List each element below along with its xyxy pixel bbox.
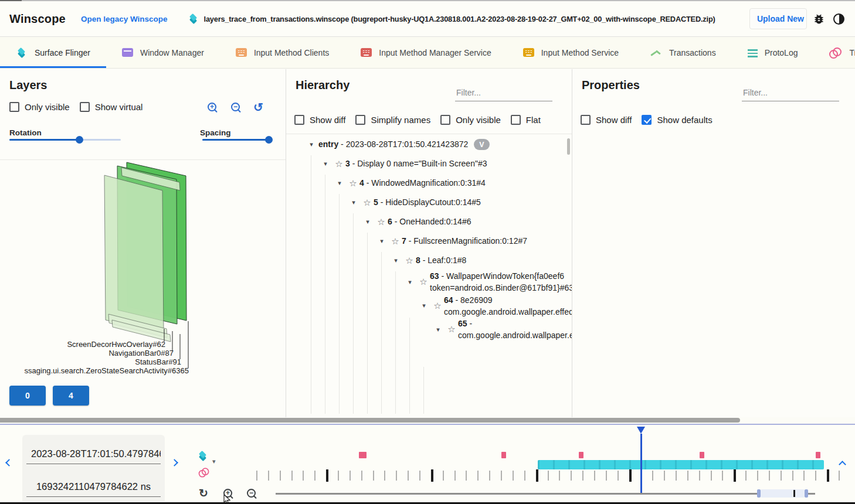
caret-down-icon[interactable]: ▾ [347,199,361,206]
checkbox-label: Only visible [25,102,70,112]
reset-view-button[interactable]: ↺ [253,101,263,113]
properties-option-checkbox[interactable]: Show defaults [642,115,712,125]
layers-trace-icon[interactable] [197,450,209,462]
hierarchy-option-checkbox[interactable]: Show diff [294,115,345,125]
nanoseconds-input[interactable]: 1693242110479784622 ns [26,468,161,497]
timeline-refresh-button[interactable]: ↻ [199,488,208,499]
trace-select-caret-icon[interactable]: ▾ [212,458,216,465]
trace-tab[interactable]: Input Method Clients [220,37,345,68]
caret-down-icon[interactable]: ▾ [431,326,445,333]
timeline-mini-scrollbar[interactable] [276,493,815,495]
star-icon[interactable]: ☆ [361,197,374,208]
tree-node[interactable]: ▾ ☆ 63 - WallpaperWindowToken{fa0eef6 to… [286,270,572,294]
tree-node[interactable]: ▾ ☆ 8 - Leaf:0:1#8 [286,251,572,270]
tree-node[interactable]: ▾ ☆ 7 - FullscreenMagnification:0:12#7 [286,231,572,251]
trace-tab[interactable]: Input Method Service [507,37,635,68]
transition-marker[interactable] [501,452,506,458]
timeline-tick [652,471,653,481]
hierarchy-option-checkbox[interactable]: Flat [511,115,541,125]
checkbox-icon[interactable] [581,115,591,125]
tree-node[interactable]: ▾ ☆ 3 - Display 0 name="Built-in Screen"… [286,154,572,173]
layers-option-checkbox[interactable]: Show virtual [80,102,143,112]
timeline-cursor-line[interactable] [640,434,642,494]
properties-option-checkbox[interactable]: Show diff [581,115,632,125]
timeline-tick [443,471,444,481]
range-handle-right[interactable] [805,489,808,498]
caret-down-icon[interactable]: ▾ [389,257,403,264]
divider [286,134,572,134]
hierarchy-option-checkbox[interactable]: Only visible [440,115,501,125]
star-icon[interactable]: ☆ [375,217,388,227]
caret-down-icon[interactable]: ▾ [361,218,375,226]
caret-down-icon[interactable]: ▾ [403,278,417,286]
timeline-tick [489,471,490,481]
trace-active-band[interactable] [538,460,824,469]
checkbox-icon[interactable] [440,115,450,125]
rotation-slider[interactable] [9,136,121,144]
star-icon[interactable]: ☆ [403,256,416,266]
timeline-selection-range[interactable] [761,489,805,498]
checkbox-icon[interactable] [355,115,365,125]
display-button[interactable]: 4 [53,386,89,406]
transition-trace-icon[interactable] [199,468,210,476]
transition-marker[interactable] [816,452,820,458]
dark-mode-toggle[interactable] [830,11,847,27]
timeline-zoom-out-button[interactable]: − [246,488,257,499]
range-handle-left[interactable] [757,489,761,498]
trace-tab[interactable]: Surface Flinger [0,37,106,68]
star-icon[interactable]: ☆ [389,236,402,247]
hierarchy-filter-input[interactable] [455,87,552,101]
horizontal-scrollbar[interactable] [0,417,855,423]
caret-down-icon[interactable]: ▾ [417,302,431,309]
trace-tab[interactable]: Window Manager [106,37,220,68]
report-bug-button[interactable] [810,11,827,27]
star-icon[interactable]: ☆ [347,178,359,189]
spacing-slider[interactable] [202,136,273,144]
checkbox-icon[interactable] [9,102,19,112]
trace-tab[interactable]: Tra [813,37,855,68]
checkbox-icon[interactable] [294,115,304,125]
transition-marker[interactable] [579,452,583,458]
transition-marker[interactable] [359,452,367,458]
properties-filter-input[interactable] [742,87,839,101]
checkbox-icon[interactable] [80,102,90,112]
star-icon[interactable]: ☆ [417,277,430,287]
caret-down-icon[interactable]: ▾ [318,160,333,168]
tree-node[interactable]: ▾ ☆ 65 - com.google.android.wallpaper.ef… [286,318,572,342]
star-icon[interactable]: ☆ [333,159,345,169]
caret-down-icon[interactable]: ▾ [333,179,347,187]
tree-node[interactable]: ▾ ☆ 6 - OneHanded:0:14#6 [286,212,572,231]
caret-down-icon[interactable]: ▾ [304,141,318,148]
checkbox-icon[interactable] [642,115,652,125]
trace-tab[interactable]: Input Method Manager Service [345,37,507,68]
hierarchy-option-checkbox[interactable]: Simplify names [355,115,430,125]
caret-down-icon[interactable]: ▾ [375,237,389,245]
indent-guide [423,367,424,414]
upload-new-button[interactable]: Upload New [749,8,807,29]
transition-marker[interactable] [700,452,704,458]
zoom-in-button[interactable]: + [206,101,218,113]
spacing-slider-thumb[interactable] [265,136,273,144]
tree-node[interactable]: ▾ ☆ 5 - HideDisplayCutout:0:14#5 [286,193,572,212]
trace-tab[interactable]: ProtoLog [732,37,814,68]
timeline-tick [408,471,409,481]
tree-node[interactable]: ▾ ☆ 4 - WindowedMagnification:0:31#4 [286,173,572,193]
display-button[interactable]: 0 [9,386,46,406]
star-icon[interactable]: ☆ [445,324,458,335]
timeline-cursor-head[interactable] [637,427,645,434]
datetime-input[interactable]: 2023-08-28T17:01:50.4797846 [26,435,161,464]
layers-option-checkbox[interactable]: Only visible [9,102,70,112]
open-legacy-link[interactable]: Open legacy Winscope [81,15,168,23]
trace-tab[interactable]: Transactions [635,37,732,68]
zoom-out-button[interactable]: − [230,101,242,113]
horizontal-scrollbar-thumb[interactable] [0,418,740,423]
timeline-tick [256,471,257,481]
star-icon[interactable]: ☆ [431,301,444,311]
timestamp-card: 2023-08-28T17:01:50.4797846 169324211047… [22,435,165,502]
timeline-tick [606,471,607,481]
tree-node[interactable]: ▾ ☆ entry - 2023-08-28T17:01:50.42142387… [286,135,572,154]
tree-node[interactable]: ▾ ☆ 64 - 8e26909 com.google.android.wall… [286,294,572,318]
rotation-slider-thumb[interactable] [76,136,83,144]
checkbox-icon[interactable] [511,115,521,125]
hierarchy-scrollbar[interactable] [567,138,570,155]
